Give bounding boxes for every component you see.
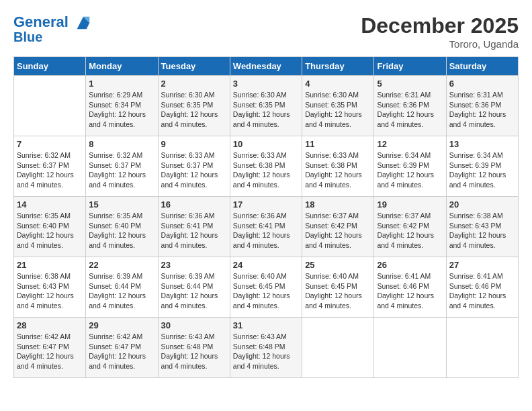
day-info: Sunrise: 6:43 AMSunset: 6:48 PMDaylight:… — [233, 332, 299, 371]
calendar-header: SundayMondayTuesdayWednesdayThursdayFrid… — [14, 57, 519, 76]
header-day: Sunday — [14, 57, 86, 76]
day-info: Sunrise: 6:35 AMSunset: 6:40 PMDaylight:… — [17, 211, 83, 250]
calendar-cell: 15Sunrise: 6:35 AMSunset: 6:40 PMDayligh… — [86, 197, 158, 257]
calendar-week-row: 1Sunrise: 6:29 AMSunset: 6:34 PMDaylight… — [14, 76, 519, 136]
calendar-week-row: 14Sunrise: 6:35 AMSunset: 6:40 PMDayligh… — [14, 197, 519, 257]
day-info: Sunrise: 6:29 AMSunset: 6:34 PMDaylight:… — [89, 90, 154, 130]
day-info: Sunrise: 6:36 AMSunset: 6:41 PMDaylight:… — [233, 211, 299, 250]
day-info: Sunrise: 6:38 AMSunset: 6:43 PMDaylight:… — [17, 271, 83, 311]
day-info: Sunrise: 6:43 AMSunset: 6:48 PMDaylight:… — [161, 332, 227, 371]
calendar-cell — [302, 318, 374, 378]
day-number: 28 — [17, 320, 83, 330]
day-info: Sunrise: 6:32 AMSunset: 6:37 PMDaylight:… — [89, 150, 154, 190]
day-number: 9 — [161, 139, 227, 149]
day-info: Sunrise: 6:41 AMSunset: 6:46 PMDaylight:… — [449, 271, 515, 311]
header-day: Monday — [86, 57, 158, 76]
day-number: 1 — [89, 79, 154, 89]
calendar-cell: 23Sunrise: 6:39 AMSunset: 6:44 PMDayligh… — [158, 257, 230, 318]
day-number: 25 — [305, 260, 371, 270]
month-title: December 2025 — [361, 13, 519, 38]
day-info: Sunrise: 6:41 AMSunset: 6:46 PMDaylight:… — [377, 271, 443, 311]
day-number: 31 — [233, 320, 299, 330]
calendar-week-row: 7Sunrise: 6:32 AMSunset: 6:37 PMDaylight… — [14, 136, 519, 197]
day-number: 19 — [377, 199, 443, 210]
logo-icon — [74, 13, 93, 32]
day-info: Sunrise: 6:33 AMSunset: 6:37 PMDaylight:… — [161, 150, 227, 190]
day-number: 30 — [161, 320, 227, 330]
calendar-cell: 1Sunrise: 6:29 AMSunset: 6:34 PMDaylight… — [86, 76, 158, 136]
calendar-cell: 22Sunrise: 6:39 AMSunset: 6:44 PMDayligh… — [86, 257, 158, 318]
day-number: 13 — [449, 139, 515, 149]
day-info: Sunrise: 6:42 AMSunset: 6:47 PMDaylight:… — [17, 332, 83, 371]
day-number: 14 — [17, 199, 83, 210]
calendar-cell: 9Sunrise: 6:33 AMSunset: 6:37 PMDaylight… — [158, 136, 230, 197]
day-number: 22 — [89, 260, 154, 270]
header-day: Saturday — [446, 57, 518, 76]
day-number: 15 — [89, 199, 154, 210]
location: Tororo, Uganda — [361, 38, 519, 50]
logo-general: General — [13, 13, 69, 30]
calendar-cell: 25Sunrise: 6:40 AMSunset: 6:45 PMDayligh… — [302, 257, 374, 318]
day-number: 21 — [17, 260, 83, 270]
calendar-cell: 20Sunrise: 6:38 AMSunset: 6:43 PMDayligh… — [446, 197, 518, 257]
calendar-cell: 16Sunrise: 6:36 AMSunset: 6:41 PMDayligh… — [158, 197, 230, 257]
calendar-body: 1Sunrise: 6:29 AMSunset: 6:34 PMDaylight… — [14, 76, 519, 378]
calendar-cell: 13Sunrise: 6:34 AMSunset: 6:39 PMDayligh… — [446, 136, 518, 197]
calendar-cell: 24Sunrise: 6:40 AMSunset: 6:45 PMDayligh… — [230, 257, 302, 318]
title-block: December 2025 Tororo, Uganda — [361, 13, 519, 50]
calendar-cell: 3Sunrise: 6:30 AMSunset: 6:35 PMDaylight… — [230, 76, 302, 136]
day-info: Sunrise: 6:38 AMSunset: 6:43 PMDaylight:… — [449, 211, 515, 250]
day-number: 12 — [377, 139, 443, 149]
day-number: 20 — [449, 199, 515, 210]
page-header: General Blue December 2025 Tororo, Ugand… — [13, 13, 519, 50]
day-number: 8 — [89, 139, 154, 149]
calendar-cell: 8Sunrise: 6:32 AMSunset: 6:37 PMDaylight… — [86, 136, 158, 197]
day-info: Sunrise: 6:33 AMSunset: 6:38 PMDaylight:… — [233, 150, 299, 190]
day-number: 16 — [161, 199, 227, 210]
calendar-cell: 6Sunrise: 6:31 AMSunset: 6:36 PMDaylight… — [446, 76, 518, 136]
calendar-cell: 14Sunrise: 6:35 AMSunset: 6:40 PMDayligh… — [14, 197, 86, 257]
day-number: 17 — [233, 199, 299, 210]
calendar-cell: 21Sunrise: 6:38 AMSunset: 6:43 PMDayligh… — [14, 257, 86, 318]
day-info: Sunrise: 6:37 AMSunset: 6:42 PMDaylight:… — [305, 211, 371, 250]
calendar-cell: 2Sunrise: 6:30 AMSunset: 6:35 PMDaylight… — [158, 76, 230, 136]
header-day: Thursday — [302, 57, 374, 76]
calendar-week-row: 21Sunrise: 6:38 AMSunset: 6:43 PMDayligh… — [14, 257, 519, 318]
day-number: 7 — [17, 139, 83, 149]
day-number: 26 — [377, 260, 443, 270]
calendar-cell: 7Sunrise: 6:32 AMSunset: 6:37 PMDaylight… — [14, 136, 86, 197]
header-day: Tuesday — [158, 57, 230, 76]
calendar-cell — [446, 318, 518, 378]
day-number: 23 — [161, 260, 227, 270]
day-info: Sunrise: 6:33 AMSunset: 6:38 PMDaylight:… — [305, 150, 371, 190]
day-info: Sunrise: 6:31 AMSunset: 6:36 PMDaylight:… — [449, 90, 515, 130]
day-info: Sunrise: 6:39 AMSunset: 6:44 PMDaylight:… — [89, 271, 154, 311]
header-day: Friday — [374, 57, 446, 76]
day-info: Sunrise: 6:39 AMSunset: 6:44 PMDaylight:… — [161, 271, 227, 311]
day-info: Sunrise: 6:37 AMSunset: 6:42 PMDaylight:… — [377, 211, 443, 250]
day-number: 29 — [89, 320, 154, 330]
day-info: Sunrise: 6:32 AMSunset: 6:37 PMDaylight:… — [17, 150, 83, 190]
calendar-week-row: 28Sunrise: 6:42 AMSunset: 6:47 PMDayligh… — [14, 318, 519, 378]
day-number: 2 — [161, 79, 227, 89]
calendar-cell — [374, 318, 446, 378]
calendar-cell: 31Sunrise: 6:43 AMSunset: 6:48 PMDayligh… — [230, 318, 302, 378]
day-info: Sunrise: 6:35 AMSunset: 6:40 PMDaylight:… — [89, 211, 154, 250]
calendar-cell: 17Sunrise: 6:36 AMSunset: 6:41 PMDayligh… — [230, 197, 302, 257]
day-number: 5 — [377, 79, 443, 89]
calendar-cell: 29Sunrise: 6:42 AMSunset: 6:47 PMDayligh… — [86, 318, 158, 378]
day-info: Sunrise: 6:40 AMSunset: 6:45 PMDaylight:… — [233, 271, 299, 311]
day-info: Sunrise: 6:31 AMSunset: 6:36 PMDaylight:… — [377, 90, 443, 130]
day-info: Sunrise: 6:30 AMSunset: 6:35 PMDaylight:… — [161, 90, 227, 130]
day-number: 3 — [233, 79, 299, 89]
day-info: Sunrise: 6:42 AMSunset: 6:47 PMDaylight:… — [89, 332, 154, 371]
calendar-cell: 11Sunrise: 6:33 AMSunset: 6:38 PMDayligh… — [302, 136, 374, 197]
calendar-cell: 30Sunrise: 6:43 AMSunset: 6:48 PMDayligh… — [158, 318, 230, 378]
calendar-cell — [14, 76, 86, 136]
day-number: 10 — [233, 139, 299, 149]
day-number: 11 — [305, 139, 371, 149]
logo: General Blue — [13, 13, 93, 44]
day-number: 4 — [305, 79, 371, 89]
calendar-cell: 26Sunrise: 6:41 AMSunset: 6:46 PMDayligh… — [374, 257, 446, 318]
calendar-cell: 18Sunrise: 6:37 AMSunset: 6:42 PMDayligh… — [302, 197, 374, 257]
